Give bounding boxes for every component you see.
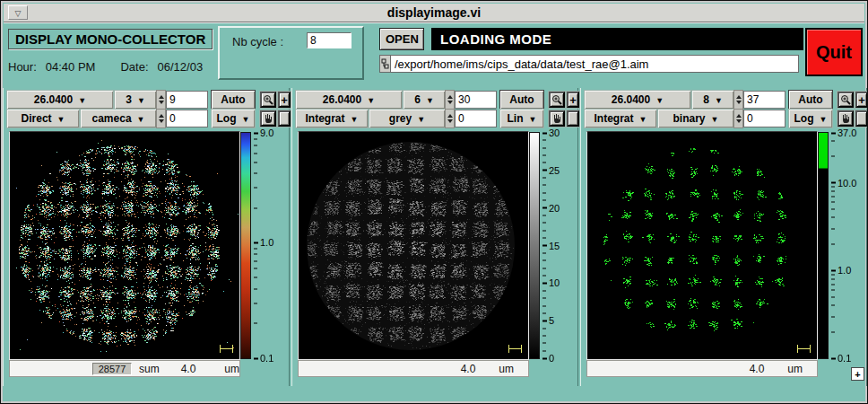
colorbar-ticks: 302520151050 [542, 133, 578, 358]
scale-dropdown[interactable]: Log ▼ [789, 110, 832, 127]
quit-button[interactable]: Quit [805, 28, 863, 76]
spinner-down-icon[interactable] [447, 119, 453, 123]
mass-dropdown[interactable]: 26.0400 ▼ [7, 91, 113, 109]
path-type-icon[interactable] [379, 55, 391, 73]
nb-cycle-label: Nb cycle : [232, 35, 283, 48]
mode-dropdown[interactable]: Integrat ▼ [585, 110, 656, 127]
zoom-tool-button[interactable] [260, 92, 276, 108]
detector-dropdown[interactable]: 6 ▼ [404, 91, 445, 109]
tool-blank-button[interactable] [278, 110, 291, 127]
max-spinner[interactable] [734, 91, 742, 109]
palette-dropdown[interactable]: grey ▼ [369, 110, 445, 127]
scale-value: Log [794, 112, 814, 125]
scale-unit: um [224, 363, 239, 375]
corner-plus-button[interactable]: + [851, 367, 864, 381]
scale-dropdown[interactable]: Log ▼ [212, 110, 255, 127]
min-input[interactable] [455, 110, 497, 127]
zoom-in-button[interactable]: + [278, 92, 291, 108]
zoom-in-button[interactable]: + [855, 92, 868, 108]
spinner-up-icon[interactable] [159, 114, 164, 118]
detector-dropdown[interactable]: 8 ▼ [692, 91, 733, 109]
hour-label: Hour: [8, 60, 37, 74]
spinner-up-icon[interactable] [159, 95, 164, 99]
min-spinner[interactable] [157, 110, 165, 127]
title-bar: ▽ displayimage.vi [4, 4, 864, 22]
chevron-down-icon: ▼ [57, 115, 65, 124]
ion-image-canvas [299, 132, 528, 359]
zoom-tool-button[interactable] [549, 92, 565, 108]
mode-dropdown[interactable]: Direct ▼ [7, 110, 79, 127]
min-input[interactable] [743, 110, 786, 127]
chevron-down-icon: ▼ [137, 96, 145, 105]
chevron-down-icon: ▼ [639, 115, 647, 124]
colorbar: 37.010.01.00.1 [818, 132, 868, 361]
file-path-input[interactable] [391, 55, 799, 73]
spinner-down-icon[interactable] [159, 119, 164, 123]
mass-value: 26.0400 [612, 93, 650, 106]
scalebar-marker [220, 345, 233, 353]
tool-blank-button[interactable] [855, 110, 868, 127]
page-title: DISPLAY MONO-COLLECTOR [8, 29, 213, 49]
mass-dropdown[interactable]: 26.0400 ▼ [585, 91, 690, 109]
pan-tool-button[interactable] [549, 110, 565, 127]
spinner-up-icon[interactable] [447, 95, 453, 99]
auto-button[interactable]: Auto [212, 91, 255, 109]
pan-tool-button[interactable] [838, 110, 854, 127]
chevron-down-icon: ▼ [137, 115, 145, 124]
max-input[interactable] [455, 91, 497, 109]
min-spinner[interactable] [446, 110, 454, 127]
spinner-down-icon[interactable] [447, 101, 453, 104]
chevron-down-icon: ▼ [655, 96, 664, 105]
colorbar: 302520151050 [529, 132, 579, 361]
tool-blank-button[interactable] [567, 110, 579, 127]
spinner-up-icon[interactable] [736, 95, 742, 99]
palette-dropdown[interactable]: cameca ▼ [81, 110, 156, 127]
chevron-down-icon: ▼ [715, 96, 723, 105]
palette-value: binary [673, 112, 706, 125]
open-button[interactable]: OPEN [379, 28, 424, 50]
mass-value: 26.0400 [34, 93, 73, 106]
mode-value: Direct [22, 112, 52, 125]
spinner-down-icon[interactable] [159, 101, 164, 104]
zoom-tool-button[interactable] [838, 92, 854, 108]
hour-date-line: Hour: 04:40 PM Date: 06/12/03 [8, 60, 203, 74]
palette-dropdown[interactable]: binary ▼ [658, 110, 733, 127]
spinner-down-icon[interactable] [736, 119, 742, 123]
max-input[interactable] [166, 91, 208, 109]
zoom-in-button[interactable]: + [567, 92, 579, 108]
chevron-down-icon: ▼ [417, 115, 425, 124]
scale-size-value: 4.0 [181, 363, 196, 375]
max-spinner[interactable] [157, 91, 165, 109]
auto-button[interactable]: Auto [789, 91, 832, 109]
pan-tool-button[interactable] [260, 110, 276, 127]
max-input[interactable] [743, 91, 786, 109]
auto-button[interactable]: Auto [500, 91, 543, 109]
chevron-down-icon: ▼ [351, 115, 359, 124]
mode-dropdown[interactable]: Integrat ▼ [296, 110, 368, 127]
ion-image-canvas [10, 132, 239, 359]
window-title: displayimage.vi [4, 4, 864, 22]
detector-dropdown[interactable]: 3 ▼ [115, 91, 156, 109]
scale-size-value: 4.0 [461, 363, 476, 375]
max-spinner[interactable] [446, 91, 454, 109]
chevron-down-icon: ▼ [820, 115, 828, 124]
scale-unit: um [787, 363, 803, 375]
image-display [298, 131, 529, 360]
scalebar-marker [797, 345, 811, 353]
mode-value: Integrat [306, 112, 345, 125]
chevron-down-icon: ▼ [242, 115, 250, 124]
spinner-up-icon[interactable] [736, 114, 742, 118]
nb-cycle-input[interactable] [307, 32, 352, 48]
image-display [586, 131, 818, 360]
min-input[interactable] [166, 110, 208, 127]
colorbar-strip [240, 132, 251, 359]
spinner-up-icon[interactable] [447, 114, 453, 118]
image-panel-3: 26.0400 ▼ 8 ▼ Auto + Integrat ▼ binary ▼… [580, 88, 867, 386]
scale-dropdown[interactable]: Lin ▼ [500, 110, 543, 127]
chevron-down-icon: ▼ [426, 96, 434, 105]
mass-dropdown[interactable]: 26.0400 ▼ [296, 91, 402, 109]
counts-indicator: 28577 [92, 363, 132, 375]
date-label: Date: [120, 60, 148, 74]
min-spinner[interactable] [734, 110, 742, 127]
spinner-down-icon[interactable] [736, 101, 742, 104]
